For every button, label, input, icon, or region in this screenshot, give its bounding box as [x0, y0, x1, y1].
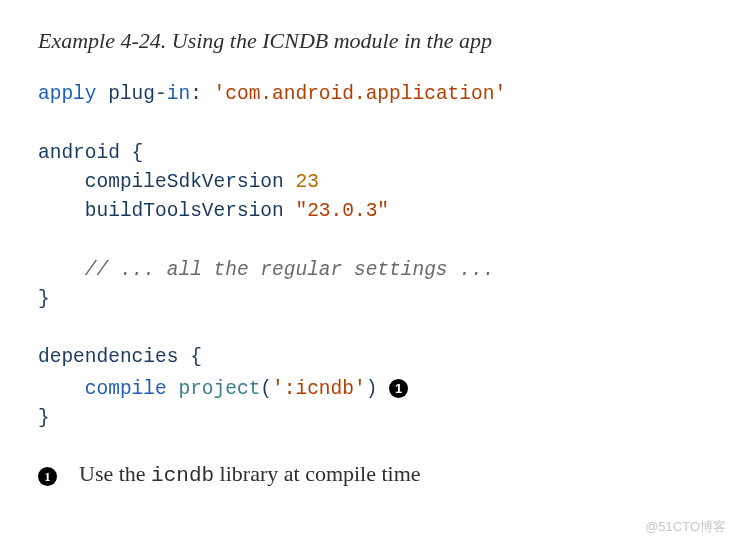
example-caption: Example 4-24. Using the ICNDB module in … — [38, 28, 704, 54]
code-token: dependencies — [38, 346, 178, 368]
code-token: buildToolsVersion — [85, 200, 284, 222]
code-keyword: apply — [38, 83, 97, 105]
code-listing: apply plug-in: 'com.android.application'… — [38, 80, 704, 433]
code-token: android — [38, 142, 120, 164]
code-token: } — [38, 407, 50, 429]
code-token: : — [190, 83, 213, 105]
code-string: "23.0.3" — [295, 200, 389, 222]
document-page: Example 4-24. Using the ICNDB module in … — [0, 0, 742, 507]
code-token: { — [178, 346, 201, 368]
callout-text: Use the icndb library at compile time — [79, 461, 421, 487]
callout-badge: 1 — [389, 379, 408, 398]
code-string: ':icndb' — [272, 378, 366, 400]
callout-text-pre: Use the — [79, 461, 151, 486]
code-keyword: in — [167, 83, 190, 105]
callout-description: 1 Use the icndb library at compile time — [38, 461, 704, 487]
callout-ref: 1 — [389, 376, 408, 398]
code-token: } — [38, 288, 50, 310]
code-token: compileSdkVersion — [85, 171, 284, 193]
code-string: 'com.android.application' — [214, 83, 507, 105]
code-keyword: compile — [85, 378, 167, 400]
code-token: { — [120, 142, 143, 164]
code-token: - — [155, 83, 167, 105]
code-token: ) — [366, 378, 389, 400]
callout-text-post: library at compile time — [214, 461, 421, 486]
callout-code: icndb — [151, 464, 214, 487]
callout-badge: 1 — [38, 467, 57, 486]
watermark: @51CTO博客 — [645, 518, 726, 536]
code-function: project — [178, 378, 260, 400]
code-comment: // ... all the regular settings ... — [85, 259, 495, 281]
code-token: ( — [260, 378, 272, 400]
code-number: 23 — [295, 171, 318, 193]
code-token: plug — [108, 83, 155, 105]
